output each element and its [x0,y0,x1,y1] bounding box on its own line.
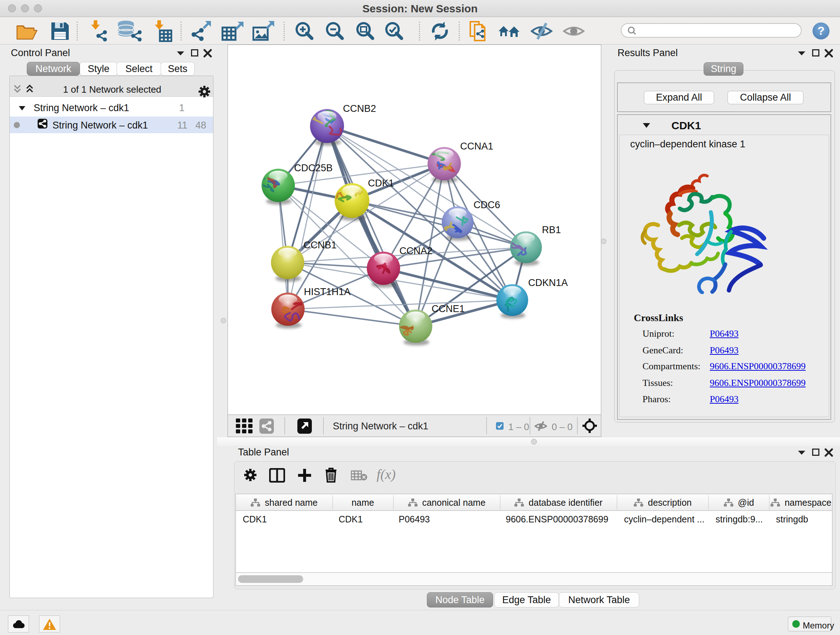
svg-text:CCNB2: CCNB2 [343,103,376,114]
svg-text:CDC6: CDC6 [474,200,500,211]
svg-text:RB1: RB1 [542,225,561,235]
svg-text:CCNA2: CCNA2 [399,245,433,256]
svg-text:CDK1: CDK1 [368,178,394,188]
svg-text:CDKN1A: CDKN1A [528,277,568,288]
svg-text:CCNA1: CCNA1 [460,141,493,152]
svg-text:CDC25B: CDC25B [294,163,333,173]
svg-text:CCNB1: CCNB1 [303,240,337,250]
svg-text:CCNE1: CCNE1 [431,303,465,314]
svg-text:HIST1H1A: HIST1H1A [304,287,351,297]
